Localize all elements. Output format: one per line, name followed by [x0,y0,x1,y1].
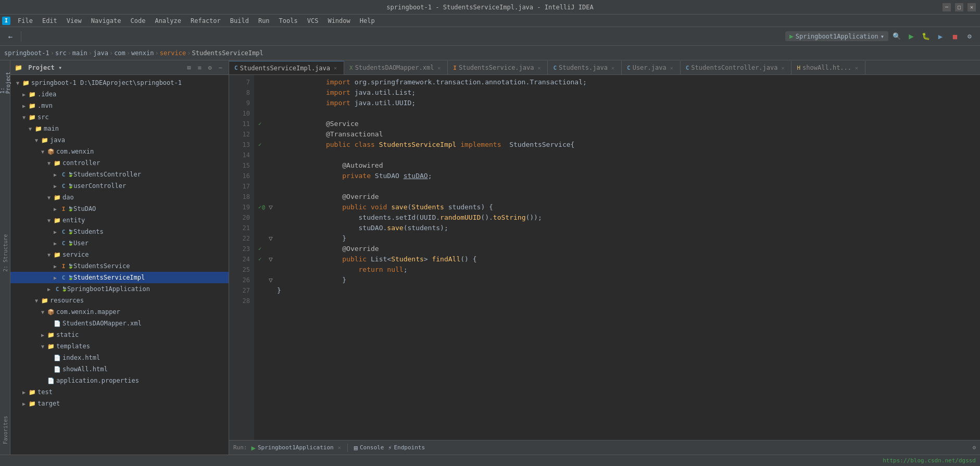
tree-item-idea[interactable]: ▶ 📁 .idea [10,89,229,100]
console-icon: ▤ [354,444,358,451]
menu-code[interactable]: Code [127,16,150,26]
project-panel-toggle[interactable]: 1: Project [1,62,10,94]
tab-StudentsController[interactable]: C StudentsController.java ✕ [681,61,792,74]
tree-item-User[interactable]: ▶ C 🍃 User [10,237,229,249]
tree-item-StudentsServiceImpl[interactable]: ▶ C 🍃 StudentsServiceImpl [10,272,229,283]
run-label: Run: [233,444,247,451]
back-button[interactable]: ← [4,30,17,43]
tree-item-main[interactable]: ▼ 📁 main [10,123,229,134]
html-icon: 📄 [53,354,61,362]
tree-item-test[interactable]: ▶ 📁 test [10,386,229,398]
tab-Students[interactable]: C Students.java ✕ [548,61,622,74]
tree-item-mvn[interactable]: ▶ 📁 .mvn [10,100,229,111]
tree-item-index-html[interactable]: 📄 index.html [10,352,229,363]
close-button[interactable]: ✕ [968,3,976,11]
settings-gear-icon[interactable]: ⚙ [206,64,214,72]
tree-item-templates[interactable]: ▼ 📁 templates [10,341,229,352]
tree-item-static[interactable]: ▶ 📁 static [10,329,229,341]
code-line-21: stuDAO.save(students); [258,223,976,233]
tree-item-application-properties[interactable]: 📄 application.properties [10,375,229,386]
package-icon: 📦 [47,147,55,156]
expand-arrow [46,320,52,326]
search-everywhere-button[interactable]: 🔍 [890,30,903,43]
minimize-button[interactable]: ─ [943,3,951,11]
tab-StudentsDAOMapper[interactable]: X StudentsDAOMapper.xml ✕ [344,61,448,74]
tree-item-controller[interactable]: ▼ 📁 controller [10,157,229,169]
run-close-icon[interactable]: ✕ [338,445,341,450]
tree-item-StudentsService[interactable]: ▶ I 🍃 StudentsService [10,260,229,272]
tab-close-icon[interactable]: ✕ [536,65,542,71]
project-header: 📁 Project ▾ ⊞ ≡ ⚙ − [10,60,229,75]
menu-analyze[interactable]: Analyze [150,16,185,26]
coverage-button[interactable]: ▶ [934,30,947,43]
collapse-button[interactable]: − [216,64,224,72]
tree-item-showAll-html[interactable]: 📄 showAll.html [10,363,229,375]
structure-panel-toggle[interactable]: 2: Structure [1,234,10,276]
tab-User[interactable]: C User.java ✕ [622,61,681,74]
tree-label: Students [73,228,104,235]
tab-close-icon[interactable]: ✕ [436,65,442,71]
settings-button[interactable]: ⚙ [963,30,976,43]
tab-close-icon[interactable]: ✕ [610,65,616,71]
tree-item-service[interactable]: ▼ 📁 service [10,249,229,260]
code-line-13: ✓ public class StudentsServiceImpl imple… [258,140,976,150]
menu-view[interactable]: View [62,16,86,26]
tree-item-StuDAO[interactable]: ▶ I 🍃 StuDAO [10,203,229,215]
tab-close-icon[interactable]: ✕ [669,65,675,71]
menu-window[interactable]: Window [323,16,354,26]
tab-StudentsServiceImpl[interactable]: C StudentsServiceImpl.java ✕ [229,61,344,74]
tree-item-Springboot1Application[interactable]: ▶ C 🍃 Springboot1Application [10,283,229,295]
tree-item-target[interactable]: ▶ 📁 target [10,398,229,409]
gutter-fold-22: ▽ [269,233,277,244]
tree-item-java[interactable]: ▼ 📁 java [10,134,229,146]
tree-item-com-wenxin-mapper[interactable]: ▼ 📦 com.wenxin.mapper [10,306,229,318]
run-config-dropdown-icon[interactable]: ▾ [881,33,884,40]
endpoints-tab[interactable]: ⚡ Endpoints [388,444,425,451]
spring-icon: 🍃 [68,229,73,234]
tree-expand-button[interactable]: ≡ [195,64,204,72]
menu-tools[interactable]: Tools [275,16,302,26]
run-button[interactable]: ▶ [905,30,918,43]
menu-run[interactable]: Run [254,16,274,26]
new-window-button[interactable]: ⊞ [185,64,193,72]
menu-vcs[interactable]: VCS [303,16,323,26]
tab-close-icon[interactable]: ✕ [780,65,786,71]
tree-item-StudentsController[interactable]: ▶ C 🍃 StudentsController [10,169,229,180]
menu-edit[interactable]: Edit [38,16,61,26]
tree-item-userController[interactable]: ▶ C 🍃 userController [10,180,229,192]
breadcrumb-springboot[interactable]: springboot-1 [4,49,49,57]
menu-help[interactable]: Help [356,16,379,26]
code-editor[interactable]: 7 8 9 10 11 12 13 14 15 16 17 18 19 20 2… [229,75,980,440]
tree-item-dao[interactable]: ▼ 📁 dao [10,192,229,203]
bottom-separator [347,444,348,452]
tab-showAll[interactable]: H showAll.ht... ✕ [791,61,865,74]
tree-item-com-wenxin[interactable]: ▼ 📦 com.wenxin [10,146,229,157]
tree-item-StudentsDAOMapper[interactable]: 📄 StudentsDAOMapper.xml [10,318,229,329]
debug-button[interactable]: 🐛 [920,30,932,43]
tree-item-src[interactable]: ▼ 📁 src [10,111,229,123]
code-content[interactable]: import org.springframework.transaction.a… [254,75,980,440]
console-tab[interactable]: ▤ Console [354,444,384,451]
tree-item-resources[interactable]: ▼ 📁 resources [10,295,229,306]
tab-close-icon[interactable]: ✕ [853,65,860,71]
stop-button[interactable]: ■ [949,30,961,43]
tree-item-Students[interactable]: ▶ C 🍃 Students [10,226,229,237]
menu-build[interactable]: Build [226,16,253,26]
maximize-button[interactable]: □ [955,3,963,11]
run-app-button[interactable]: ▶ Springboot1Application ✕ [252,444,341,452]
run-config[interactable]: ▶ Springboot1Application ▾ [785,31,888,41]
console-label: Console [360,444,384,451]
run-toolbar: ← ▶ Springboot1Application ▾ 🔍 ▶ 🐛 ▶ ■ ⚙ [0,27,980,46]
tab-close-icon[interactable]: ✕ [332,65,338,71]
project-title: 📁 Project ▾ [15,64,183,71]
tab-StudentsService[interactable]: I StudentsService.java ✕ [448,61,548,74]
settings-icon[interactable]: ⚙ [972,444,976,451]
favorites-panel-toggle[interactable]: Favorites [1,416,10,452]
menu-file[interactable]: File [14,16,37,26]
menu-refactor[interactable]: Refactor [186,16,225,26]
tree-item-springboot1[interactable]: ▼ 📁 springboot-1 D:\IDEAproject\springbo… [10,77,229,89]
csdn-url[interactable]: https://blog.csdn.net/dgssd [883,457,976,464]
menu-navigate[interactable]: Navigate [87,16,125,26]
tree-item-entity[interactable]: ▼ 📁 entity [10,215,229,226]
bottom-bar: Run: ▶ Springboot1Application ✕ ▤ Consol… [229,440,980,455]
